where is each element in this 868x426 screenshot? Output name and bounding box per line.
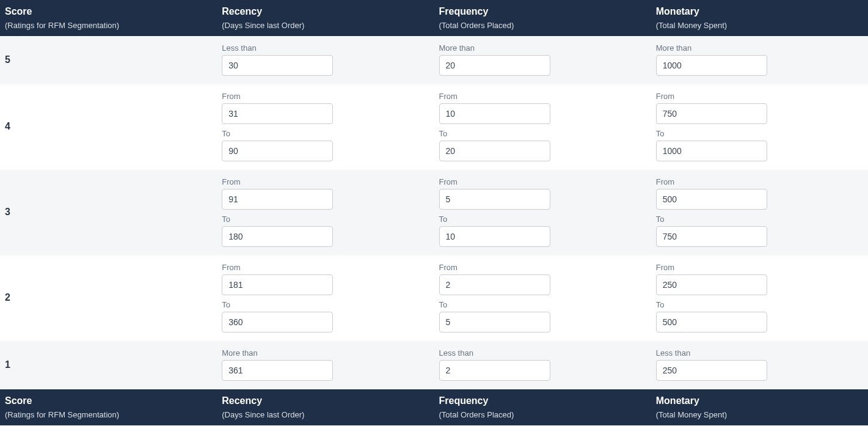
monetary-to-label: To (656, 300, 863, 309)
frequency-from-input[interactable] (439, 103, 550, 124)
recency-from-input[interactable] (222, 274, 333, 295)
footer-recency: Recency (Days Since last Order) (217, 389, 434, 425)
monetary-to-label: To (656, 129, 863, 138)
frequency-value-input[interactable] (439, 55, 550, 76)
recency-value-input[interactable] (222, 55, 333, 76)
footer-monetary-title: Monetary (656, 395, 863, 406)
header-score: Score (Ratings for RFM Segmentation) (0, 0, 217, 36)
footer-recency-title: Recency (222, 395, 429, 406)
frequency-value-input[interactable] (439, 360, 550, 381)
monetary-from-label: From (656, 263, 863, 272)
footer-monetary-sub: (Total Money Spent) (656, 410, 863, 419)
monetary-from-input[interactable] (656, 189, 767, 210)
footer-recency-sub: (Days Since last Order) (222, 410, 429, 419)
monetary-to-input[interactable] (656, 141, 767, 161)
footer-score-sub: (Ratings for RFM Segmentation) (5, 410, 212, 419)
monetary-from-label: From (656, 92, 863, 101)
recency-bound-label: Less than (222, 43, 429, 53)
footer-frequency: Frequency (Total Orders Placed) (434, 389, 651, 425)
monetary-cell: FromTo (651, 255, 868, 341)
monetary-bound-label: More than (656, 43, 863, 53)
recency-to-label: To (222, 129, 429, 138)
header-score-sub: (Ratings for RFM Segmentation) (5, 21, 212, 30)
monetary-cell: Less than (651, 341, 868, 389)
monetary-bound-label: Less than (656, 348, 863, 358)
monetary-to-input[interactable] (656, 226, 767, 247)
monetary-from-input[interactable] (656, 103, 767, 124)
recency-cell: FromTo (217, 255, 434, 341)
header-monetary: Monetary (Total Money Spent) (651, 0, 868, 36)
header-recency-sub: (Days Since last Order) (222, 21, 429, 30)
monetary-from-input[interactable] (656, 274, 767, 295)
monetary-value-input[interactable] (656, 55, 767, 76)
monetary-value-input[interactable] (656, 360, 767, 381)
monetary-to-input[interactable] (656, 312, 767, 332)
footer-score: Score (Ratings for RFM Segmentation) (0, 389, 217, 425)
recency-value-input[interactable] (222, 360, 333, 381)
footer-frequency-sub: (Total Orders Placed) (439, 410, 646, 419)
footer-monetary: Monetary (Total Money Spent) (651, 389, 868, 425)
header-frequency-title: Frequency (439, 6, 646, 17)
recency-bound-label: More than (222, 348, 429, 358)
frequency-from-label: From (439, 263, 646, 272)
score-value: 5 (0, 36, 217, 84)
table-footer-row: Score (Ratings for RFM Segmentation) Rec… (0, 389, 868, 425)
table-row: 4FromToFromToFromTo (0, 84, 868, 170)
frequency-cell: More than (434, 36, 651, 84)
monetary-to-label: To (656, 215, 863, 224)
recency-from-input[interactable] (222, 189, 333, 210)
frequency-bound-label: Less than (439, 348, 646, 358)
frequency-from-label: From (439, 92, 646, 101)
score-value: 3 (0, 170, 217, 255)
frequency-from-label: From (439, 177, 646, 186)
frequency-from-input[interactable] (439, 189, 550, 210)
score-value: 2 (0, 255, 217, 341)
frequency-from-input[interactable] (439, 274, 550, 295)
score-value: 1 (0, 341, 217, 389)
recency-from-label: From (222, 263, 429, 272)
monetary-from-label: From (656, 177, 863, 186)
recency-to-input[interactable] (222, 312, 333, 332)
table-row: 5Less thanMore thanMore than (0, 36, 868, 84)
recency-cell: Less than (217, 36, 434, 84)
header-frequency-sub: (Total Orders Placed) (439, 21, 646, 30)
rfm-table: Score (Ratings for RFM Segmentation) Rec… (0, 0, 868, 425)
footer-frequency-title: Frequency (439, 395, 646, 406)
header-monetary-title: Monetary (656, 6, 863, 17)
footer-score-title: Score (5, 395, 212, 406)
frequency-to-label: To (439, 215, 646, 224)
recency-to-input[interactable] (222, 226, 333, 247)
header-recency: Recency (Days Since last Order) (217, 0, 434, 36)
frequency-cell: FromTo (434, 84, 651, 170)
monetary-cell: More than (651, 36, 868, 84)
table-row: 3FromToFromToFromTo (0, 170, 868, 255)
frequency-cell: FromTo (434, 170, 651, 255)
monetary-cell: FromTo (651, 84, 868, 170)
recency-from-label: From (222, 177, 429, 186)
frequency-to-label: To (439, 300, 646, 309)
table-header-row: Score (Ratings for RFM Segmentation) Rec… (0, 0, 868, 36)
recency-to-input[interactable] (222, 141, 333, 161)
frequency-to-input[interactable] (439, 312, 550, 332)
table-row: 2FromToFromToFromTo (0, 255, 868, 341)
recency-to-label: To (222, 300, 429, 309)
monetary-cell: FromTo (651, 170, 868, 255)
frequency-to-input[interactable] (439, 141, 550, 161)
frequency-cell: Less than (434, 341, 651, 389)
header-frequency: Frequency (Total Orders Placed) (434, 0, 651, 36)
recency-cell: More than (217, 341, 434, 389)
frequency-cell: FromTo (434, 255, 651, 341)
table-row: 1More thanLess thanLess than (0, 341, 868, 389)
recency-to-label: To (222, 215, 429, 224)
header-score-title: Score (5, 6, 212, 17)
header-recency-title: Recency (222, 6, 429, 17)
score-value: 4 (0, 84, 217, 170)
recency-cell: FromTo (217, 170, 434, 255)
frequency-to-input[interactable] (439, 226, 550, 247)
frequency-bound-label: More than (439, 43, 646, 53)
recency-from-input[interactable] (222, 103, 333, 124)
header-monetary-sub: (Total Money Spent) (656, 21, 863, 30)
frequency-to-label: To (439, 129, 646, 138)
recency-cell: FromTo (217, 84, 434, 170)
recency-from-label: From (222, 92, 429, 101)
